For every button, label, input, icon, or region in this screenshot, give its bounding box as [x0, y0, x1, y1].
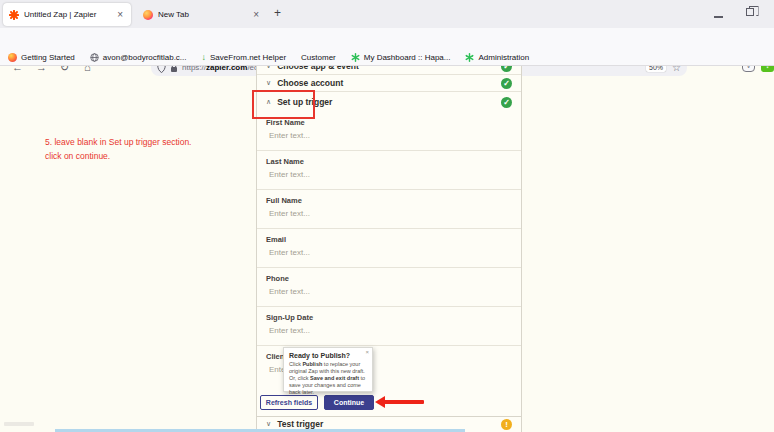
- zapier-tab-icon: [9, 10, 19, 20]
- field-input[interactable]: [269, 131, 499, 140]
- check-icon: ✓: [501, 97, 512, 108]
- red-arrow-shaft: [384, 400, 424, 404]
- tab-close-icon[interactable]: ×: [115, 9, 125, 20]
- tab-title: New Tab: [158, 10, 246, 19]
- green-arrow-icon: ↓: [202, 53, 207, 62]
- popup-close-icon[interactable]: ×: [365, 349, 369, 355]
- check-icon: ✓: [501, 78, 512, 89]
- check-icon: ✓: [501, 66, 512, 72]
- bookmarks-bar: Getting Started avon@bodyrocfitlab.c... …: [0, 50, 774, 66]
- tab-title: Untitled Zap | Zapier: [24, 10, 110, 19]
- chevron-down-icon: ∨: [266, 79, 271, 87]
- field-full-name: Full Name: [257, 190, 521, 229]
- navigation-bar: ← → ↻ ⌂ https://zapier.com/editor/154863…: [0, 28, 774, 50]
- window-restore-button[interactable]: [746, 8, 754, 16]
- refresh-fields-button[interactable]: Refresh fields: [260, 395, 318, 410]
- continue-button[interactable]: Continue: [324, 395, 374, 410]
- field-label: Sign-Up Date: [266, 313, 512, 322]
- warning-icon: !: [501, 419, 512, 430]
- bookmark-getting-started[interactable]: Getting Started: [8, 53, 75, 62]
- tutorial-note-line2: click on continue.: [45, 149, 191, 163]
- field-email: Email: [257, 229, 521, 268]
- highlight-box-setup-trigger: [252, 90, 315, 119]
- tab-newtab[interactable]: New Tab ×: [137, 3, 267, 26]
- chevron-down-icon: ∨: [266, 66, 271, 70]
- bookmark-savefrom[interactable]: ↓ SaveFrom.net Helper: [202, 53, 287, 62]
- tab-zapier[interactable]: Untitled Zap | Zapier ×: [3, 3, 131, 26]
- window-minimize-button[interactable]: [714, 16, 723, 18]
- bookmark-avon[interactable]: avon@bodyrocfitlab.c...: [90, 53, 187, 62]
- field-input[interactable]: [269, 209, 499, 218]
- green-asterisk-icon: [465, 53, 474, 62]
- status-bar-artifact: [4, 422, 34, 426]
- popup-title: Ready to Publish?: [289, 352, 367, 359]
- getting-started-icon: [8, 53, 17, 62]
- field-last-name: Last Name: [257, 151, 521, 190]
- ready-to-publish-popup: × Ready to Publish? Click Publish to rep…: [283, 347, 373, 392]
- browser-window: Untitled Zap | Zapier × New Tab × + ← → …: [0, 0, 774, 432]
- bookmark-customer[interactable]: Customer: [301, 53, 336, 62]
- field-input[interactable]: [269, 170, 499, 179]
- popup-body: Click Publish to replace your original Z…: [289, 361, 367, 396]
- tutorial-note: 5. leave blank in Set up trigger section…: [45, 135, 191, 163]
- tab-strip: Untitled Zap | Zapier × New Tab × +: [0, 0, 774, 28]
- field-label: Full Name: [266, 196, 512, 205]
- field-label: Last Name: [266, 157, 512, 166]
- section-choose-app-event[interactable]: ∨ Choose app & event ✓: [257, 66, 521, 75]
- green-asterisk-icon: [351, 53, 360, 62]
- bookmark-administration[interactable]: Administration: [465, 53, 529, 62]
- field-label: Email: [266, 235, 512, 244]
- globe-icon: [90, 53, 99, 62]
- field-input[interactable]: [269, 287, 499, 296]
- tab-close-icon[interactable]: ×: [251, 9, 261, 20]
- field-label: Phone: [266, 274, 512, 283]
- chevron-down-icon: ∨: [266, 420, 271, 428]
- field-signup-date: Sign-Up Date: [257, 307, 521, 346]
- field-label: First Name: [266, 118, 512, 127]
- field-input[interactable]: [269, 326, 499, 335]
- field-input[interactable]: [269, 248, 499, 257]
- red-arrow-icon: [375, 396, 385, 408]
- field-phone: Phone: [257, 268, 521, 307]
- bookmark-my-dashboard[interactable]: My Dashboard :: Hapa...: [351, 53, 451, 62]
- firefox-icon: [143, 10, 153, 20]
- new-tab-button[interactable]: +: [274, 6, 281, 20]
- tutorial-note-line1: 5. leave blank in Set up trigger section…: [45, 135, 191, 149]
